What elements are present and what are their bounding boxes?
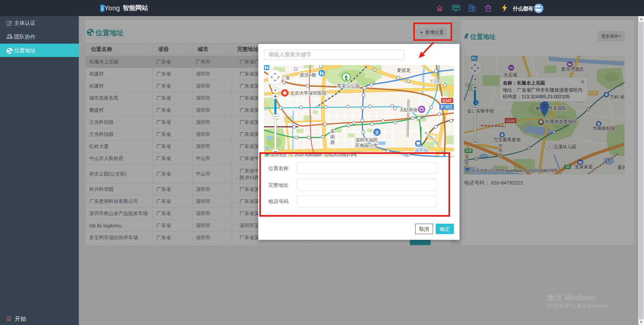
svg-text:G107: G107 (443, 99, 452, 103)
svg-text:深圳市福田: 深圳市福田 (355, 138, 378, 143)
svg-text:笔架山公园: 笔架山公园 (337, 83, 360, 88)
svg-text:路: 路 (330, 140, 335, 145)
svg-text:皇: 皇 (330, 128, 335, 133)
svg-text:北京大学深圳医院: 北京大学深圳医院 (290, 91, 327, 96)
svg-text:罗湖区: 罗湖区 (440, 105, 453, 109)
svg-text:天虹商场: 天虹商场 (399, 107, 418, 112)
svg-text:深圳站: 深圳站 (415, 148, 428, 153)
svg-text:麦德龙: 麦德龙 (397, 68, 411, 73)
svg-text:下田贝: 下田贝 (429, 79, 443, 84)
svg-text:新浩e都: 新浩e都 (300, 72, 316, 77)
svg-text:岗: 岗 (330, 134, 335, 139)
svg-text:文: 文 (375, 130, 379, 135)
svg-text:区南园小学: 区南园小学 (355, 143, 378, 148)
